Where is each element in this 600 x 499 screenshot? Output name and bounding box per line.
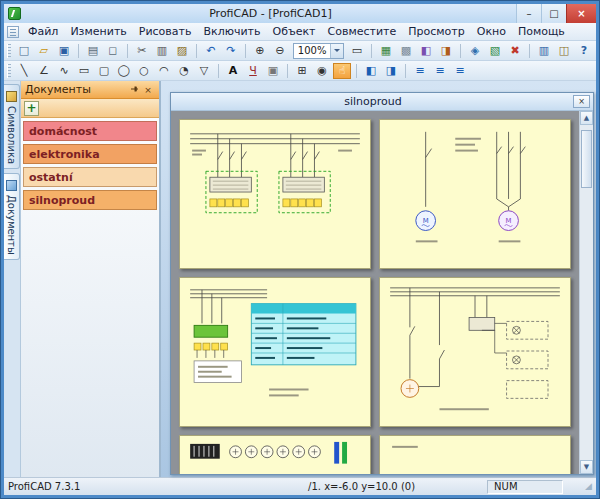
symbols-library-icon[interactable]: ◈ [466,43,484,59]
copy-icon[interactable]: ▥ [153,43,171,59]
drawing-canvas[interactable]: M M [171,111,579,474]
frame-icon[interactable]: ◫ [555,43,573,59]
svg-text:M: M [423,217,429,225]
polyline-tool-icon[interactable]: ∠ [35,63,53,79]
drawing-toolbar: ╲∠∿▭▢◯○◠◔▽AЧ▣⊞◉☝◧◨≡≡≡ [4,61,596,81]
panel-close-icon[interactable]: × [141,83,155,96]
send-back-icon[interactable]: ◨ [382,63,400,79]
zoom-dropdown-arrow-icon[interactable] [330,44,343,58]
title-bar: ProfiCAD - [ProfiCAD1] –□× [4,4,596,23]
zoom-page-icon[interactable]: ▭ [348,43,366,59]
rounded-rect-tool-icon[interactable]: ▢ [95,63,113,79]
mdi-area: silnoproud × [161,81,596,477]
menu-object[interactable]: Объект [266,23,321,40]
help-icon[interactable]: ? [575,43,593,59]
print-icon[interactable]: ▤ [84,43,102,59]
menu-file[interactable]: Файл [22,23,64,40]
category-silnoproud[interactable]: silnoproud [23,190,157,210]
document-category-list: domácnost elektronika ostatní silnoproud [21,118,159,477]
close-button[interactable]: × [566,4,596,23]
text-tool-icon[interactable]: A [224,63,242,79]
save-icon[interactable]: ▣ [55,43,73,59]
zoom-in-icon[interactable]: ⊕ [251,43,269,59]
category-domacnost[interactable]: domácnost [23,121,157,141]
pin-icon[interactable] [127,83,141,96]
polygon-tool-icon[interactable]: ▽ [195,63,213,79]
ellipse-tool-icon[interactable]: ◯ [115,63,133,79]
snap-icon[interactable]: ▩ [397,43,415,59]
align-left-icon[interactable]: ≡ [411,63,429,79]
align-right-icon[interactable]: ≡ [451,63,469,79]
schematic-page-1 [179,119,371,269]
schematic-page-2: M M [379,119,571,269]
documents-panel-header: Документы × [21,81,159,99]
menu-window[interactable]: Окно [471,23,512,40]
menu-align[interactable]: Совместите [322,23,403,40]
menu-help[interactable]: Помощь [512,23,571,40]
pan-tool-icon[interactable]: ☝ [333,63,351,79]
toolbar-grip [7,64,11,78]
minimize-button[interactable]: – [516,4,541,23]
redo-icon[interactable]: ↷ [222,43,240,59]
label-tool-icon[interactable]: Ч [244,63,262,79]
num-lock-indicator: NUM [487,480,563,494]
arc-tool-icon[interactable]: ◠ [155,63,173,79]
menu-view[interactable]: Просмотр [402,23,470,40]
main-area: Символика Документы Документы × + [4,81,596,477]
menu-draw[interactable]: Рисовать [133,23,198,40]
document-close-button[interactable]: × [573,95,590,108]
menu-insert[interactable]: Включить [197,23,266,40]
zoom-level-value: 100% [294,45,330,56]
scroll-track[interactable] [580,125,593,460]
tab-symbols[interactable]: Символика [4,84,20,169]
tab-documents[interactable]: Документы [4,173,20,260]
symbols-tab-icon [6,91,17,102]
grid-icon[interactable]: ▦ [377,43,395,59]
print-preview-icon[interactable]: ◻ [104,43,122,59]
documents-panel-toolbar: + [21,99,159,118]
resize-grip-icon[interactable]: ◢ [585,482,592,491]
properties-icon[interactable]: ◨ [437,43,455,59]
document-window-titlebar[interactable]: silnoproud × [171,93,593,111]
category-elektronika[interactable]: elektronika [23,144,157,164]
menu-bar: ФайлИзменитьРисоватьВключитьОбъектСовмес… [4,23,596,41]
vertical-scrollbar[interactable]: ▲ ▼ [579,111,593,474]
bring-front-icon[interactable]: ◧ [362,63,380,79]
scroll-up-icon[interactable]: ▲ [580,111,593,125]
paste-icon[interactable]: ▨ [173,43,191,59]
scroll-thumb[interactable] [581,130,592,188]
zoom-level-select[interactable]: 100% [293,43,344,59]
status-bar: ProfiCAD 7.3.1 /1. x=-6.0 y=10.0 (0) NUM… [4,477,596,495]
cut-icon[interactable]: ✂ [133,43,151,59]
cursor-position-label: /1. x=-6.0 y=10.0 (0) [308,481,415,492]
page-settings-icon[interactable]: ▧ [486,43,504,59]
undo-icon[interactable]: ↶ [202,43,220,59]
document-window: silnoproud × [170,92,594,475]
junction-tool-icon[interactable]: ◉ [313,63,331,79]
delete-icon[interactable]: ✖ [506,43,524,59]
circle-tool-icon[interactable]: ○ [135,63,153,79]
curve-tool-icon[interactable]: ∿ [55,63,73,79]
zoom-out-icon[interactable]: ⊖ [271,43,289,59]
proficad-window: ProfiCAD - [ProfiCAD1] –□× ФайлИзменитьР… [0,0,600,499]
rectangle-tool-icon[interactable]: ▭ [75,63,93,79]
schematic-page-6 [379,435,571,474]
app-icon [8,7,21,20]
app-version-label: ProfiCAD 7.3.1 [8,481,80,492]
new-document-icon[interactable]: □ [15,43,33,59]
schematic-page-5 [179,435,371,474]
layers-icon[interactable]: ◧ [417,43,435,59]
pie-tool-icon[interactable]: ◔ [175,63,193,79]
image-tool-icon[interactable]: ▣ [264,63,282,79]
align-center-icon[interactable]: ≡ [431,63,449,79]
scroll-down-icon[interactable]: ▼ [580,460,593,474]
maximize-button[interactable]: □ [541,4,566,23]
menu-edit[interactable]: Изменить [64,23,132,40]
open-file-icon[interactable]: ▱ [35,43,53,59]
category-ostatni[interactable]: ostatní [23,167,157,187]
line-tool-icon[interactable]: ╲ [15,63,33,79]
symbol-tool-icon[interactable]: ⊞ [293,63,311,79]
table-icon[interactable]: ▥ [535,43,553,59]
add-category-button[interactable]: + [24,101,39,116]
toolbar-grip [7,44,11,58]
